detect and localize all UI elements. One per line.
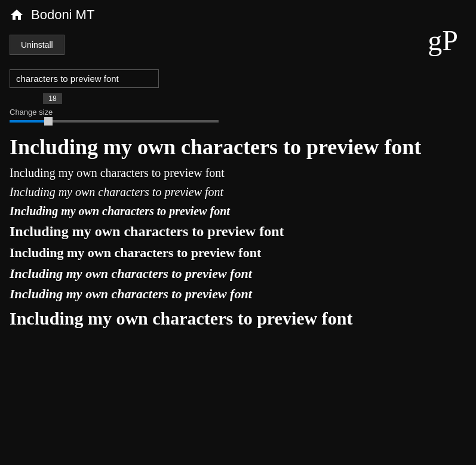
size-control: 18 Change size <box>10 93 466 123</box>
font-sample-2: Including my own characters to preview f… <box>10 184 466 200</box>
uninstall-button[interactable]: Uninstall <box>10 35 65 55</box>
size-label: Change size <box>10 108 466 117</box>
font-sample-6: Including my own characters to preview f… <box>10 265 466 283</box>
font-sample-1: Including my own characters to preview f… <box>10 165 466 181</box>
font-sample-8: Including my own characters to preview f… <box>10 307 466 330</box>
preview-input[interactable] <box>10 69 159 88</box>
home-icon[interactable] <box>10 8 24 22</box>
font-sample-7: Including my own characters to preview f… <box>10 286 466 303</box>
size-tooltip-value: 18 <box>43 93 62 104</box>
size-slider[interactable] <box>10 120 219 123</box>
font-sample-3: Including my own characters to preview f… <box>10 203 466 219</box>
app-header: Bodoni MT <box>0 0 476 30</box>
page-title: Bodoni MT <box>31 7 94 23</box>
font-sample-4: Including my own characters to preview f… <box>10 222 466 241</box>
slider-container <box>10 120 466 123</box>
font-sample-0: Including my own characters to preview f… <box>10 133 466 161</box>
font-sample-5: Including my own characters to preview f… <box>10 244 466 262</box>
preview-section: 18 Change size <box>0 65 476 127</box>
size-tooltip: 18 <box>10 93 466 105</box>
toolbar: Uninstall <box>0 30 476 65</box>
font-preview-gp: gP <box>428 24 458 57</box>
font-samples: Including my own characters to preview f… <box>0 127 476 343</box>
